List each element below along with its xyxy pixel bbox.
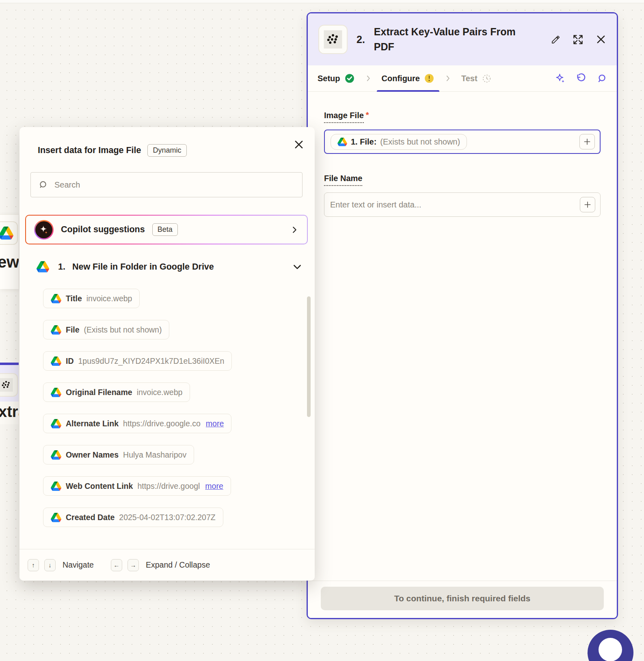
- section-number: 1.: [58, 262, 65, 272]
- insert-data-modal: Insert data for Image File Dynamic Copil…: [19, 127, 315, 581]
- insert-data-plus-button[interactable]: [579, 134, 595, 149]
- mapped-file-token[interactable]: 1. File: (Exists but not shown): [331, 134, 467, 150]
- google-drive-icon: [51, 419, 61, 428]
- test-pending-clock-icon: [482, 73, 492, 84]
- google-drive-icon: [51, 482, 61, 491]
- field-chip-web-content-link[interactable]: Web Content Linkhttps://drive.googl more: [43, 476, 231, 496]
- selected-card-accent-bar: [0, 363, 19, 365]
- extract-dots-icon: [0, 377, 14, 393]
- image-file-label-row: Image File*: [324, 110, 601, 123]
- step-title: Extract Key-Value Pairs From PDF: [374, 24, 536, 55]
- field-chip-list: Titleinvoice.webp File(Exists but not sh…: [43, 289, 315, 527]
- field-chip-alternate-link[interactable]: Alternate Linkhttps://drive.google.co mo…: [43, 414, 231, 433]
- google-drive-icon: [51, 450, 61, 460]
- section-title: New File in Folder in Google Drive: [72, 262, 214, 272]
- chat-widget-inner-circle: [599, 638, 622, 661]
- file-name-input[interactable]: [330, 200, 580, 210]
- dynamic-badge: Dynamic: [147, 144, 186, 157]
- google-drive-icon: [51, 388, 61, 397]
- panel-footer: To continue, finish required fields: [308, 581, 617, 618]
- field-chip-created-date[interactable]: Created Date2025-04-02T13:07:02.207Z: [43, 508, 223, 527]
- google-drive-icon: [51, 294, 61, 303]
- scrollbar-thumb[interactable]: [307, 296, 311, 417]
- background-step-card-1[interactable]: ew: [0, 214, 19, 289]
- sparkle-glyph: [38, 224, 50, 235]
- google-drive-icon: [51, 325, 61, 335]
- plus-icon: [583, 138, 591, 146]
- field-chip-owner-names[interactable]: Owner NamesHulya Masharipov: [43, 445, 194, 464]
- image-file-field[interactable]: 1. File: (Exists but not shown): [324, 130, 601, 154]
- modal-title: Insert data for Image File: [38, 145, 141, 156]
- field-chip-original-filename[interactable]: Original Filenameinvoice.webp: [43, 382, 190, 402]
- panel-header: 2. Extract Key-Value Pairs From PDF: [308, 13, 617, 65]
- edit-pencil-icon[interactable]: [551, 35, 560, 44]
- close-icon[interactable]: [596, 34, 606, 45]
- insert-data-plus-button[interactable]: [580, 197, 595, 212]
- copilot-icon: [34, 220, 54, 240]
- plus-icon: [583, 201, 592, 209]
- setup-complete-icon: [344, 73, 355, 84]
- field-chip-id[interactable]: ID1pus9dU7z_KIYD24PX1k7D1eL36iI0XEn: [43, 351, 232, 371]
- expand-collapse-label: Expand / Collapse: [146, 560, 210, 570]
- copilot-suggestions-row[interactable]: Copilot suggestions Beta: [25, 215, 308, 244]
- extract-dots-icon: [322, 28, 344, 50]
- modal-search-box[interactable]: [30, 172, 303, 197]
- step-title-partial: ew: [0, 253, 19, 271]
- trigger-section-header[interactable]: 1. New File in Folder in Google Drive: [37, 261, 303, 272]
- modal-search-input[interactable]: [54, 180, 295, 190]
- search-icon: [38, 180, 48, 190]
- beta-badge: Beta: [152, 223, 178, 236]
- extract-app-tile: [318, 25, 348, 54]
- image-file-label: Image File: [324, 110, 364, 123]
- file-name-field[interactable]: [324, 192, 601, 217]
- google-drive-app-tile: [0, 221, 18, 245]
- refresh-undo-icon[interactable]: [575, 73, 586, 84]
- arrow-up-key: ↑: [28, 559, 39, 571]
- copilot-label: Copilot suggestions: [61, 225, 145, 235]
- google-drive-icon: [37, 261, 49, 272]
- background-step-card-2[interactable]: xtra: [0, 363, 19, 424]
- extract-app-tile: [0, 373, 18, 397]
- chevron-right-icon: [443, 73, 452, 83]
- copilot-sparkle-icon[interactable]: [555, 73, 566, 84]
- continue-button-disabled[interactable]: To continue, finish required fields: [321, 587, 604, 610]
- chevron-right-icon: [364, 73, 373, 83]
- search-icon[interactable]: [596, 73, 607, 84]
- google-drive-icon: [51, 356, 61, 366]
- tab-test[interactable]: Test: [461, 65, 492, 91]
- step-tab-bar: Setup Configure Test: [308, 65, 617, 92]
- required-asterisk: *: [366, 110, 369, 119]
- modal-footer: ↑ ↓ Navigate ← → Expand / Collapse: [19, 549, 315, 581]
- chat-widget-button[interactable]: [588, 630, 633, 661]
- more-link[interactable]: more: [205, 482, 223, 491]
- file-name-label: File Name: [324, 173, 362, 186]
- tab-setup[interactable]: Setup: [318, 65, 355, 91]
- canvas-top-divider: [0, 0, 644, 3]
- arrow-down-key: ↓: [44, 559, 56, 571]
- arrow-right-key: →: [128, 559, 139, 571]
- google-drive-icon: [337, 138, 347, 146]
- file-name-label-row: File Name: [324, 173, 601, 186]
- field-chip-title[interactable]: Titleinvoice.webp: [43, 289, 140, 308]
- arrow-left-key: ←: [111, 559, 122, 571]
- step-title-partial: xtra: [0, 403, 19, 421]
- google-drive-icon: [0, 227, 13, 240]
- expand-icon[interactable]: [573, 34, 583, 45]
- step-number: 2.: [357, 34, 365, 45]
- step-config-panel: 2. Extract Key-Value Pairs From PDF Setu…: [307, 12, 618, 619]
- chevron-down-icon: [292, 261, 303, 272]
- google-drive-icon: [51, 513, 61, 522]
- field-chip-file[interactable]: File(Exists but not shown): [43, 320, 169, 339]
- close-icon[interactable]: [294, 139, 304, 150]
- chevron-right-icon: [290, 225, 299, 235]
- more-link[interactable]: more: [206, 419, 224, 428]
- navigate-label: Navigate: [63, 560, 94, 570]
- configure-warning-icon: [424, 73, 434, 84]
- tab-configure[interactable]: Configure: [382, 65, 434, 91]
